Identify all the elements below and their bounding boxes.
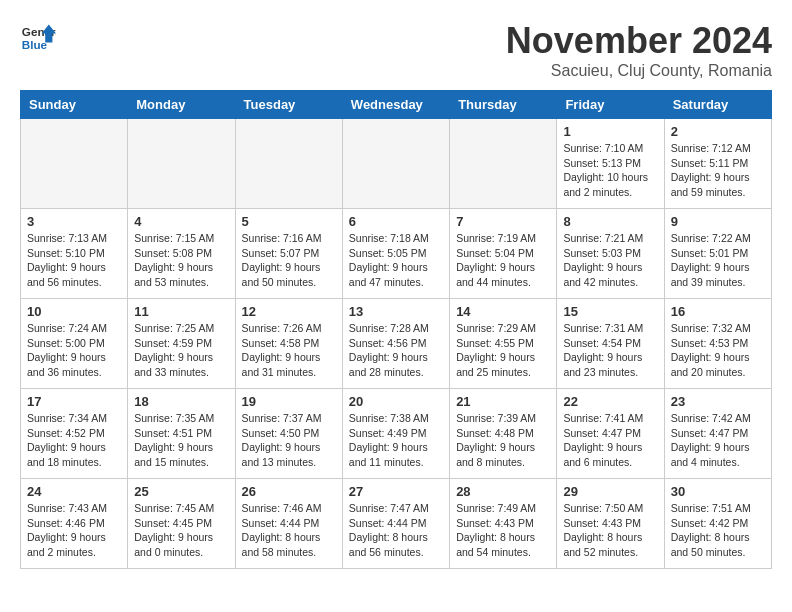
calendar-cell: 6Sunrise: 7:18 AM Sunset: 5:05 PM Daylig…: [342, 209, 449, 299]
day-info: Sunrise: 7:10 AM Sunset: 5:13 PM Dayligh…: [563, 141, 657, 200]
day-number: 24: [27, 484, 121, 499]
calendar-week-row: 17Sunrise: 7:34 AM Sunset: 4:52 PM Dayli…: [21, 389, 772, 479]
day-number: 29: [563, 484, 657, 499]
day-info: Sunrise: 7:34 AM Sunset: 4:52 PM Dayligh…: [27, 411, 121, 470]
day-number: 28: [456, 484, 550, 499]
calendar-cell: 22Sunrise: 7:41 AM Sunset: 4:47 PM Dayli…: [557, 389, 664, 479]
day-info: Sunrise: 7:43 AM Sunset: 4:46 PM Dayligh…: [27, 501, 121, 560]
day-number: 9: [671, 214, 765, 229]
day-info: Sunrise: 7:50 AM Sunset: 4:43 PM Dayligh…: [563, 501, 657, 560]
day-info: Sunrise: 7:45 AM Sunset: 4:45 PM Dayligh…: [134, 501, 228, 560]
day-number: 4: [134, 214, 228, 229]
calendar-cell: 8Sunrise: 7:21 AM Sunset: 5:03 PM Daylig…: [557, 209, 664, 299]
day-info: Sunrise: 7:28 AM Sunset: 4:56 PM Dayligh…: [349, 321, 443, 380]
calendar-header-sunday: Sunday: [21, 91, 128, 119]
day-number: 14: [456, 304, 550, 319]
day-info: Sunrise: 7:13 AM Sunset: 5:10 PM Dayligh…: [27, 231, 121, 290]
calendar-cell: 17Sunrise: 7:34 AM Sunset: 4:52 PM Dayli…: [21, 389, 128, 479]
month-title: November 2024: [506, 20, 772, 62]
day-number: 3: [27, 214, 121, 229]
day-info: Sunrise: 7:41 AM Sunset: 4:47 PM Dayligh…: [563, 411, 657, 470]
calendar-header-monday: Monday: [128, 91, 235, 119]
calendar-cell: 16Sunrise: 7:32 AM Sunset: 4:53 PM Dayli…: [664, 299, 771, 389]
calendar-cell: 13Sunrise: 7:28 AM Sunset: 4:56 PM Dayli…: [342, 299, 449, 389]
page-header: General Blue November 2024 Sacuieu, Cluj…: [20, 20, 772, 80]
day-number: 1: [563, 124, 657, 139]
calendar-header-row: SundayMondayTuesdayWednesdayThursdayFrid…: [21, 91, 772, 119]
calendar-cell: 9Sunrise: 7:22 AM Sunset: 5:01 PM Daylig…: [664, 209, 771, 299]
calendar-cell: 10Sunrise: 7:24 AM Sunset: 5:00 PM Dayli…: [21, 299, 128, 389]
calendar-week-row: 1Sunrise: 7:10 AM Sunset: 5:13 PM Daylig…: [21, 119, 772, 209]
day-number: 27: [349, 484, 443, 499]
calendar-week-row: 3Sunrise: 7:13 AM Sunset: 5:10 PM Daylig…: [21, 209, 772, 299]
day-info: Sunrise: 7:29 AM Sunset: 4:55 PM Dayligh…: [456, 321, 550, 380]
calendar-cell: [235, 119, 342, 209]
day-number: 6: [349, 214, 443, 229]
day-info: Sunrise: 7:24 AM Sunset: 5:00 PM Dayligh…: [27, 321, 121, 380]
day-number: 26: [242, 484, 336, 499]
day-number: 15: [563, 304, 657, 319]
day-number: 2: [671, 124, 765, 139]
location-subtitle: Sacuieu, Cluj County, Romania: [506, 62, 772, 80]
day-info: Sunrise: 7:42 AM Sunset: 4:47 PM Dayligh…: [671, 411, 765, 470]
calendar-cell: 5Sunrise: 7:16 AM Sunset: 5:07 PM Daylig…: [235, 209, 342, 299]
calendar-header-friday: Friday: [557, 91, 664, 119]
calendar-cell: 2Sunrise: 7:12 AM Sunset: 5:11 PM Daylig…: [664, 119, 771, 209]
calendar-cell: 23Sunrise: 7:42 AM Sunset: 4:47 PM Dayli…: [664, 389, 771, 479]
day-info: Sunrise: 7:12 AM Sunset: 5:11 PM Dayligh…: [671, 141, 765, 200]
day-info: Sunrise: 7:47 AM Sunset: 4:44 PM Dayligh…: [349, 501, 443, 560]
day-info: Sunrise: 7:16 AM Sunset: 5:07 PM Dayligh…: [242, 231, 336, 290]
calendar-cell: 21Sunrise: 7:39 AM Sunset: 4:48 PM Dayli…: [450, 389, 557, 479]
day-info: Sunrise: 7:25 AM Sunset: 4:59 PM Dayligh…: [134, 321, 228, 380]
day-info: Sunrise: 7:32 AM Sunset: 4:53 PM Dayligh…: [671, 321, 765, 380]
calendar-cell: 20Sunrise: 7:38 AM Sunset: 4:49 PM Dayli…: [342, 389, 449, 479]
calendar-cell: [342, 119, 449, 209]
day-number: 11: [134, 304, 228, 319]
calendar-header-wednesday: Wednesday: [342, 91, 449, 119]
day-info: Sunrise: 7:31 AM Sunset: 4:54 PM Dayligh…: [563, 321, 657, 380]
calendar-cell: [21, 119, 128, 209]
calendar-cell: 28Sunrise: 7:49 AM Sunset: 4:43 PM Dayli…: [450, 479, 557, 569]
day-number: 7: [456, 214, 550, 229]
logo: General Blue: [20, 20, 56, 56]
calendar-cell: 4Sunrise: 7:15 AM Sunset: 5:08 PM Daylig…: [128, 209, 235, 299]
day-info: Sunrise: 7:21 AM Sunset: 5:03 PM Dayligh…: [563, 231, 657, 290]
calendar-header-thursday: Thursday: [450, 91, 557, 119]
calendar-header-tuesday: Tuesday: [235, 91, 342, 119]
calendar-cell: 18Sunrise: 7:35 AM Sunset: 4:51 PM Dayli…: [128, 389, 235, 479]
calendar-header-saturday: Saturday: [664, 91, 771, 119]
calendar-cell: 12Sunrise: 7:26 AM Sunset: 4:58 PM Dayli…: [235, 299, 342, 389]
calendar-cell: 3Sunrise: 7:13 AM Sunset: 5:10 PM Daylig…: [21, 209, 128, 299]
day-number: 20: [349, 394, 443, 409]
calendar-cell: [128, 119, 235, 209]
calendar-cell: 30Sunrise: 7:51 AM Sunset: 4:42 PM Dayli…: [664, 479, 771, 569]
calendar-cell: 15Sunrise: 7:31 AM Sunset: 4:54 PM Dayli…: [557, 299, 664, 389]
day-info: Sunrise: 7:46 AM Sunset: 4:44 PM Dayligh…: [242, 501, 336, 560]
logo-icon: General Blue: [20, 20, 56, 56]
calendar-cell: 14Sunrise: 7:29 AM Sunset: 4:55 PM Dayli…: [450, 299, 557, 389]
day-number: 16: [671, 304, 765, 319]
calendar-table: SundayMondayTuesdayWednesdayThursdayFrid…: [20, 90, 772, 569]
calendar-cell: [450, 119, 557, 209]
day-info: Sunrise: 7:51 AM Sunset: 4:42 PM Dayligh…: [671, 501, 765, 560]
day-number: 21: [456, 394, 550, 409]
day-info: Sunrise: 7:18 AM Sunset: 5:05 PM Dayligh…: [349, 231, 443, 290]
day-number: 19: [242, 394, 336, 409]
calendar-cell: 26Sunrise: 7:46 AM Sunset: 4:44 PM Dayli…: [235, 479, 342, 569]
day-number: 23: [671, 394, 765, 409]
calendar-cell: 27Sunrise: 7:47 AM Sunset: 4:44 PM Dayli…: [342, 479, 449, 569]
title-section: November 2024 Sacuieu, Cluj County, Roma…: [506, 20, 772, 80]
day-info: Sunrise: 7:49 AM Sunset: 4:43 PM Dayligh…: [456, 501, 550, 560]
day-number: 5: [242, 214, 336, 229]
day-number: 22: [563, 394, 657, 409]
day-info: Sunrise: 7:26 AM Sunset: 4:58 PM Dayligh…: [242, 321, 336, 380]
day-number: 18: [134, 394, 228, 409]
day-info: Sunrise: 7:37 AM Sunset: 4:50 PM Dayligh…: [242, 411, 336, 470]
day-number: 13: [349, 304, 443, 319]
calendar-cell: 24Sunrise: 7:43 AM Sunset: 4:46 PM Dayli…: [21, 479, 128, 569]
day-number: 8: [563, 214, 657, 229]
day-number: 10: [27, 304, 121, 319]
day-info: Sunrise: 7:38 AM Sunset: 4:49 PM Dayligh…: [349, 411, 443, 470]
day-info: Sunrise: 7:39 AM Sunset: 4:48 PM Dayligh…: [456, 411, 550, 470]
day-info: Sunrise: 7:15 AM Sunset: 5:08 PM Dayligh…: [134, 231, 228, 290]
